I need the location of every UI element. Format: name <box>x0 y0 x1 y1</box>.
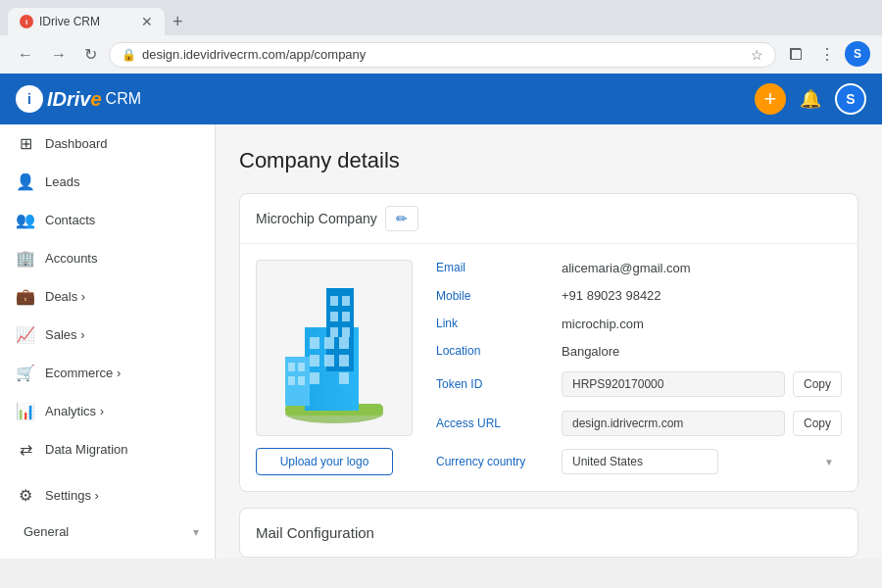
new-tab-button[interactable]: + <box>165 10 191 34</box>
bookmark-icon[interactable]: ☆ <box>751 47 763 63</box>
tab-title: IDrive CRM <box>39 15 100 28</box>
svg-rect-10 <box>339 355 349 367</box>
company-name-tab: Microchip Company <box>256 211 377 226</box>
svg-rect-21 <box>298 363 305 371</box>
mail-config-card: Mail Configuration <box>239 508 858 558</box>
my-account-label: My Account <box>39 557 105 559</box>
sidebar-item-ecommerce[interactable]: 🛒 Ecommerce › <box>0 354 215 392</box>
content-area: Company details Microchip Company ✏ <box>216 124 882 559</box>
header-profile[interactable]: S <box>835 83 866 115</box>
svg-rect-23 <box>298 376 305 385</box>
access-url-copy-group: design.idrivecrm.com Copy <box>562 411 842 436</box>
currency-country-select[interactable]: United States United Kingdom India Canad… <box>562 449 718 474</box>
copy-url-button[interactable]: Copy <box>793 411 842 436</box>
main-area: ⊞ Dashboard 👤 Leads 👥 Contacts 🏢 Account… <box>0 124 882 559</box>
sidebar-settings-section[interactable]: ⚙ Settings › <box>0 476 215 514</box>
link-value: microchip.com <box>562 317 842 331</box>
svg-rect-11 <box>310 372 319 384</box>
data-migration-icon: ⇄ <box>16 440 35 459</box>
sidebar-item-deals[interactable]: 💼 Deals › <box>0 277 215 316</box>
access-url-label: Access URL <box>436 416 554 430</box>
notifications-button[interactable]: 🔔 <box>796 84 825 114</box>
header-actions: + 🔔 S <box>755 83 866 115</box>
sidebar-general-section[interactable]: General ▾ <box>0 514 215 549</box>
mobile-value: +91 89023 98422 <box>562 288 842 303</box>
edit-button[interactable]: ✏ <box>385 206 418 231</box>
mail-config-header: Mail Configuration <box>240 509 858 557</box>
mobile-row: Mobile +91 89023 98422 <box>436 287 842 303</box>
sidebar-item-accounts[interactable]: 🏢 Accounts <box>0 239 215 277</box>
tab-bar: i IDrive CRM ✕ + <box>0 0 882 35</box>
svg-rect-12 <box>339 372 349 384</box>
active-tab[interactable]: i IDrive CRM ✕ <box>8 8 165 35</box>
logo-crm: CRM <box>106 90 141 108</box>
menu-button[interactable]: ⋮ <box>813 41 841 68</box>
sidebar-analytics-label: Analytics › <box>45 404 199 418</box>
currency-country-select-wrapper: United States United Kingdom India Canad… <box>562 449 842 474</box>
sidebar-my-account[interactable]: My Account <box>0 549 215 559</box>
building-illustration <box>257 261 412 435</box>
sidebar-item-dashboard[interactable]: ⊞ Dashboard <box>0 124 215 163</box>
nav-icons: ⧠ ⋮ S <box>782 41 870 68</box>
sidebar-item-data-migration[interactable]: ⇄ Data Migration <box>0 430 215 468</box>
upload-logo-button[interactable]: Upload your logo <box>256 448 393 475</box>
lock-icon: 🔒 <box>122 48 136 62</box>
svg-rect-15 <box>330 312 338 321</box>
extensions-button[interactable]: ⧠ <box>782 41 809 68</box>
svg-rect-14 <box>342 296 350 306</box>
dashboard-icon: ⊞ <box>16 134 35 153</box>
page-title: Company details <box>239 148 858 173</box>
analytics-icon: 📊 <box>16 402 35 420</box>
browser-chrome: i IDrive CRM ✕ + ← → ↻ 🔒 design.idevidri… <box>0 0 882 74</box>
tab-favicon: i <box>20 15 33 28</box>
token-id-field: HRPS920170000 <box>562 371 785 397</box>
forward-button[interactable]: → <box>45 42 73 68</box>
contacts-icon: 👥 <box>16 211 35 229</box>
svg-rect-17 <box>330 327 338 337</box>
svg-rect-8 <box>310 355 319 367</box>
back-button[interactable]: ← <box>12 42 39 68</box>
nav-bar: ← → ↻ 🔒 design.idevidrivecrm.com/app/com… <box>0 35 882 74</box>
access-url-row: Access URL design.idrivecrm.com Copy <box>436 410 842 436</box>
copy-token-button[interactable]: Copy <box>793 371 842 397</box>
logo-section: Upload your logo <box>256 260 413 475</box>
sidebar-item-sales[interactable]: 📈 Sales › <box>0 316 215 354</box>
tab-close-icon[interactable]: ✕ <box>141 14 153 29</box>
sidebar-item-contacts[interactable]: 👥 Contacts <box>0 201 215 239</box>
sidebar-leads-label: Leads <box>45 174 199 189</box>
sidebar-item-analytics[interactable]: 📊 Analytics › <box>0 392 215 430</box>
sidebar-contacts-label: Contacts <box>45 213 199 227</box>
sidebar-sales-label: Sales › <box>45 327 199 342</box>
svg-rect-5 <box>310 337 319 349</box>
sidebar-settings-label: Settings › <box>45 488 199 503</box>
company-card: Microchip Company ✏ <box>239 193 858 492</box>
sidebar-item-leads[interactable]: 👤 Leads <box>0 163 215 201</box>
token-id-label: Token ID <box>436 377 554 391</box>
general-chevron-icon: ▾ <box>193 525 199 539</box>
sidebar-general-label: General <box>16 524 183 539</box>
browser-profile[interactable]: S <box>845 41 870 67</box>
sidebar-data-migration-label: Data Migration <box>45 442 199 457</box>
currency-country-label: Currency country <box>436 455 554 468</box>
sales-icon: 📈 <box>16 325 35 344</box>
add-button[interactable]: + <box>755 83 786 115</box>
refresh-button[interactable]: ↻ <box>78 41 103 68</box>
app: i IDrive CRM + 🔔 S ⊞ Dashboard 👤 Leads 👥… <box>0 74 882 559</box>
email-label: Email <box>436 261 554 274</box>
location-label: Location <box>436 344 554 358</box>
svg-rect-9 <box>324 355 334 367</box>
sidebar-ecommerce-label: Ecommerce › <box>45 366 199 380</box>
svg-rect-7 <box>339 337 349 349</box>
sidebar: ⊞ Dashboard 👤 Leads 👥 Contacts 🏢 Account… <box>0 124 216 559</box>
leads-icon: 👤 <box>16 172 35 191</box>
edit-icon: ✏ <box>396 211 408 226</box>
access-url-field: design.idrivecrm.com <box>562 411 785 436</box>
accounts-icon: 🏢 <box>16 249 35 268</box>
settings-icon: ⚙ <box>16 486 35 505</box>
address-bar[interactable]: 🔒 design.idevidrivecrm.com/app/company ☆ <box>109 42 776 68</box>
svg-rect-6 <box>324 337 334 349</box>
logo-area: i IDrive CRM <box>16 85 141 113</box>
sidebar-accounts-label: Accounts <box>45 251 199 266</box>
mail-config-title: Mail Configuration <box>256 524 374 541</box>
deals-icon: 💼 <box>16 287 35 306</box>
